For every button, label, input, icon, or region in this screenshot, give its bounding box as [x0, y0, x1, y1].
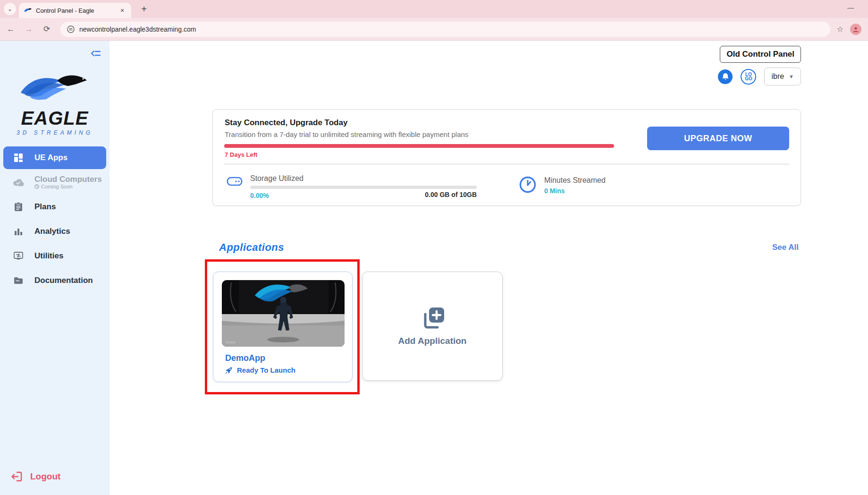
window-minimize-button[interactable]: — — [847, 4, 854, 11]
reload-button[interactable]: ⟳ — [40, 22, 54, 36]
clock-small-icon — [34, 184, 39, 189]
cloud-icon — [13, 177, 24, 188]
sidebar-item-documentation[interactable]: Documentation — [3, 269, 106, 292]
tab-title: Control Panel - Eagle — [36, 7, 118, 14]
minutes-streamed-label: Minutes Streamed — [544, 176, 606, 185]
rocket-icon — [225, 366, 233, 374]
eagle-logo: EAGLE 3D STREAMING — [0, 68, 110, 136]
grid-icon — [13, 152, 24, 163]
back-button[interactable]: ← — [4, 22, 18, 36]
brand-logo-button[interactable]: LO GO — [741, 69, 756, 85]
upgrade-banner-card: Stay Connected, Upgrade Today Transition… — [212, 109, 801, 206]
url-text[interactable]: newcontrolpanel.eagle3dstreaming.com — [79, 26, 196, 33]
coming-soon-label: Coming Soon — [41, 184, 73, 189]
forward-button[interactable]: → — [22, 22, 36, 36]
banner-divider — [224, 164, 789, 164]
upgrade-now-button[interactable]: UPGRADE NOW — [647, 127, 789, 150]
demoapp-card[interactable]: Cursor DemoApp Ready To Launch — [213, 272, 353, 382]
browser-toolbar: ← → ⟳ newcontrolpanel.eagle3dstreaming.c… — [0, 18, 868, 41]
sidebar: EAGLE 3D STREAMING UE Apps — [0, 41, 110, 495]
chevron-down-icon: ⌄ — [8, 6, 12, 12]
sidebar-item-cloud-computers: Cloud Computers Coming Soon — [3, 171, 106, 194]
tab-close-icon[interactable]: × — [118, 6, 126, 15]
applications-header: Applications See All — [219, 241, 799, 254]
bell-icon — [722, 73, 729, 81]
logout-label: Logout — [30, 471, 60, 482]
days-left-label: 7 Days Left — [225, 151, 257, 158]
sidebar-item-utilities[interactable]: Utilities — [3, 245, 106, 267]
storage-usage: 0.00 GB of 10GB — [250, 191, 477, 198]
sidebar-item-label: Utilities — [34, 251, 63, 261]
header-icons: LO GO ibre ▼ — [718, 68, 801, 85]
url-bar[interactable]: newcontrolpanel.eagle3dstreaming.com — [60, 22, 830, 37]
sidebar-collapse-button[interactable] — [91, 49, 101, 60]
logout-button[interactable]: Logout — [11, 471, 60, 482]
sidebar-item-label: UE Apps — [34, 153, 67, 162]
new-tab-button[interactable]: + — [138, 4, 150, 15]
site-settings-icon[interactable] — [67, 26, 75, 33]
chevron-down-icon: ▼ — [789, 74, 794, 79]
clipboard-icon — [13, 201, 24, 213]
minutes-streamed-value: 0 Mins — [544, 187, 565, 195]
account-menu-button[interactable]: ibre ▼ — [764, 68, 801, 85]
see-all-link[interactable]: See All — [772, 243, 799, 252]
browser-tab[interactable]: Control Panel - Eagle × — [19, 3, 131, 18]
tab-strip: ⌄ Control Panel - Eagle × + — — [0, 0, 868, 18]
transfer-icon — [13, 250, 24, 262]
sidebar-item-label: Analytics — [34, 227, 70, 236]
storage-progressbar — [250, 186, 477, 189]
app-status-label: Ready To Launch — [237, 366, 295, 374]
trial-progress-fill — [224, 144, 614, 148]
banner-title: Stay Connected, Upgrade Today — [225, 118, 347, 128]
app-status: Ready To Launch — [225, 366, 295, 374]
add-application-card[interactable]: Add Application — [362, 272, 503, 381]
applications-heading: Applications — [219, 241, 284, 254]
folder-icon — [13, 275, 24, 286]
notifications-button[interactable] — [718, 69, 733, 84]
sidebar-item-ue-apps[interactable]: UE Apps — [3, 146, 106, 169]
main-content: Old Control Panel LO GO ibre ▼ Stay Conn… — [110, 41, 868, 495]
logo-wordmark: EAGLE — [0, 109, 110, 128]
banner-subtitle: Transition from a 7-day trial to unlimit… — [225, 130, 468, 138]
logo-subtitle: 3D STREAMING — [0, 129, 110, 136]
profile-avatar[interactable] — [850, 24, 861, 35]
logout-icon — [11, 471, 23, 482]
sidebar-item-plans[interactable]: Plans — [3, 196, 106, 218]
coming-soon-badge: Coming Soon — [34, 184, 102, 189]
person-icon — [852, 26, 859, 33]
logo-badge-line2: GO — [745, 77, 752, 81]
old-control-panel-button[interactable]: Old Control Panel — [720, 46, 801, 63]
thumbnail-watermark: Cursor — [226, 341, 236, 344]
collapse-icon — [91, 49, 101, 58]
browser-chrome: ⌄ Control Panel - Eagle × + — ← → ⟳ newc… — [0, 0, 868, 41]
demoapp-thumbnail[interactable]: Cursor — [222, 280, 345, 347]
clock-icon — [519, 176, 537, 196]
app-name[interactable]: DemoApp — [225, 353, 265, 363]
sidebar-item-analytics[interactable]: Analytics — [3, 220, 106, 243]
account-name: ibre — [771, 72, 784, 81]
sidebar-item-label: Documentation — [34, 276, 93, 285]
add-application-label: Add Application — [398, 336, 467, 346]
sidebar-item-label: Plans — [34, 202, 56, 212]
eagle-favicon — [24, 7, 32, 14]
storage-icon — [227, 176, 243, 189]
add-application-icon — [420, 307, 445, 331]
sidebar-item-label: Cloud Computers — [34, 175, 102, 184]
tab-search-button[interactable]: ⌄ — [4, 3, 16, 15]
sidebar-nav: UE Apps Cloud Computers — [0, 146, 110, 292]
storage-label: Storage Utilized — [250, 174, 303, 183]
eagle-logo-icon — [17, 68, 93, 105]
bar-chart-icon — [13, 226, 24, 237]
bookmark-star-icon[interactable]: ☆ — [837, 25, 843, 34]
